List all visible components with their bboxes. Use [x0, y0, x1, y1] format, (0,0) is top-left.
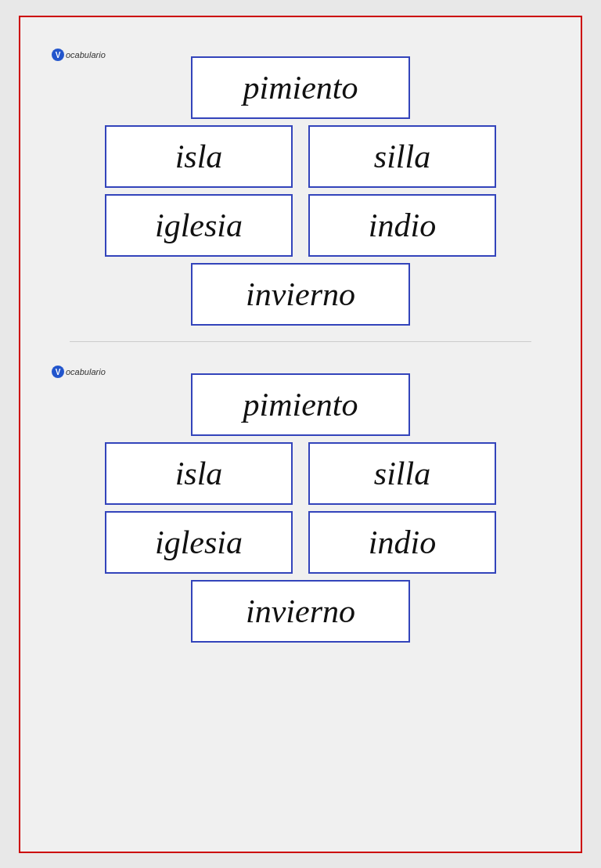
row-isla-silla-1: isla silla — [105, 125, 496, 188]
row-invierno-1: invierno — [191, 263, 410, 326]
word-pimiento-2: pimiento — [191, 373, 410, 436]
page: V ocabulario pimiento isla silla iglesia… — [19, 16, 582, 853]
row-invierno-2: invierno — [191, 580, 410, 643]
row-iglesia-indio-2: iglesia indio — [105, 511, 496, 574]
word-iglesia-2: iglesia — [105, 511, 293, 574]
word-indio-2: indio — [308, 511, 496, 574]
word-silla-2: silla — [308, 442, 496, 505]
row-iglesia-indio-1: iglesia indio — [105, 194, 496, 257]
word-pimiento-1: pimiento — [191, 56, 410, 119]
vocabulario-label-1: V ocabulario — [52, 49, 106, 61]
vocab-text-1: ocabulario — [66, 50, 106, 59]
section-2: V ocabulario pimiento isla silla iglesia… — [44, 350, 557, 650]
row-pimiento-1: pimiento — [191, 56, 410, 119]
word-iglesia-1: iglesia — [105, 194, 293, 257]
word-invierno-1: invierno — [191, 263, 410, 326]
row-pimiento-2: pimiento — [191, 373, 410, 436]
word-silla-1: silla — [308, 125, 496, 188]
word-indio-1: indio — [308, 194, 496, 257]
vocab-dot-2: V — [52, 366, 64, 378]
section-1: V ocabulario pimiento isla silla iglesia… — [44, 33, 557, 333]
vocab-text-2: ocabulario — [66, 367, 106, 376]
vocab-dot-1: V — [52, 49, 64, 61]
vocabulario-label-2: V ocabulario — [52, 366, 106, 378]
word-isla-2: isla — [105, 442, 293, 505]
word-invierno-2: invierno — [191, 580, 410, 643]
row-isla-silla-2: isla silla — [105, 442, 496, 505]
divider — [70, 341, 531, 342]
word-isla-1: isla — [105, 125, 293, 188]
